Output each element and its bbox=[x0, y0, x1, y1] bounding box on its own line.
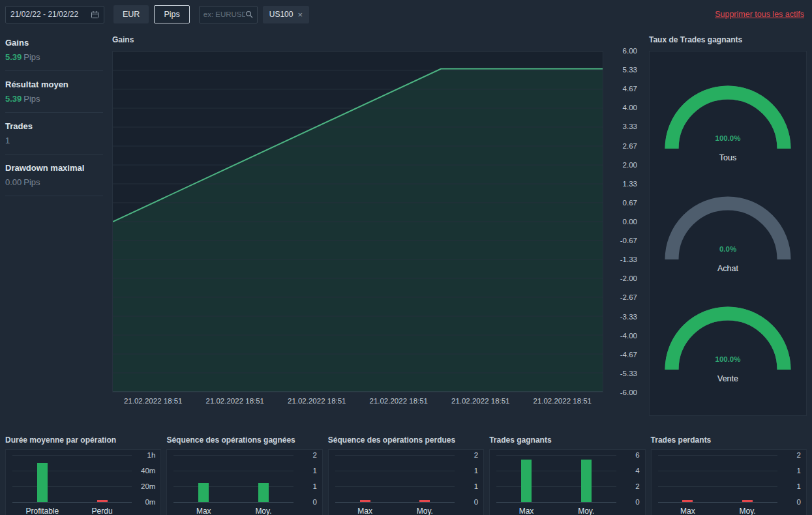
win-rate-title: Taux de Trades gagnants bbox=[649, 35, 807, 44]
bars bbox=[12, 455, 132, 502]
card-title: Trades perdants bbox=[651, 435, 807, 445]
gauge-label: Achat bbox=[663, 264, 793, 273]
card-title: Durée moyenne par opération bbox=[5, 435, 161, 445]
asset-chip-us100[interactable]: US100 × bbox=[263, 6, 309, 23]
x-axis-labels: 21.02.2022 18:5121.02.2022 18:5121.02.20… bbox=[112, 397, 603, 405]
gauge-achat: 0.0% Achat bbox=[663, 194, 793, 273]
y-ticks: 6420 bbox=[619, 455, 640, 502]
unit-button-pips[interactable]: Pips bbox=[154, 5, 189, 23]
gains-area-chart bbox=[113, 52, 603, 392]
category-labels: Max Moy. bbox=[658, 502, 777, 515]
search-icon bbox=[245, 10, 253, 18]
win-rate-panel: 100.0% Tous 0.0% Achat 100.0% Vente bbox=[649, 51, 807, 416]
y-ticks: 2110 bbox=[296, 455, 317, 502]
category-labels: Max Moy. bbox=[335, 502, 455, 515]
stat-avg-result-value: 5.39 bbox=[5, 94, 22, 104]
loss-streak-chart: 2110 Max Moy. bbox=[328, 449, 484, 515]
win-streak-card: Séquence des opérations gagnées 2110 Max… bbox=[166, 435, 322, 515]
losing-trades-card: Trades perdants 2110 Max Moy. bbox=[651, 435, 807, 515]
stat-gains-value: 5.39 bbox=[5, 52, 22, 62]
win-rate-section: Taux de Trades gagnants 100.0% Tous 0.0%… bbox=[649, 29, 807, 416]
stat-trades-value: 1 bbox=[5, 136, 10, 145]
gains-chart-plot bbox=[112, 51, 603, 392]
asset-chip-label: US100 bbox=[269, 10, 293, 19]
y-axis-labels: 6.005.334.674.003.332.672.001.330.670.00… bbox=[603, 51, 640, 392]
card-title: Séquence des opérations perdues bbox=[328, 435, 484, 445]
gauge-vente: 100.0% Vente bbox=[663, 304, 793, 383]
gains-chart-title: Gains bbox=[112, 35, 640, 44]
symbol-search-input[interactable] bbox=[203, 10, 245, 18]
stat-max-drawdown: Drawdown maximal 0.00Pips bbox=[5, 163, 103, 196]
y-ticks: 2110 bbox=[457, 455, 478, 502]
loss-streak-card: Séquence des opérations perdues 2110 Max… bbox=[328, 435, 484, 515]
calendar-icon[interactable] bbox=[91, 10, 99, 19]
gauge-label: Vente bbox=[663, 374, 793, 383]
stat-gains: Gains 5.39Pips bbox=[5, 38, 103, 71]
y-ticks: 2110 bbox=[780, 455, 801, 502]
close-icon[interactable]: × bbox=[297, 10, 303, 20]
stat-trades: Trades 1 bbox=[5, 121, 103, 154]
date-range-input[interactable]: 21/02/22 - 21/02/22 bbox=[5, 6, 104, 23]
stat-avg-result: Résultat moyen 5.39Pips bbox=[5, 80, 103, 113]
gains-chart-section: Gains 6.005.334.674.003.332.672.001.330.… bbox=[112, 29, 640, 405]
winning-trades-chart: 6420 Max Moy. bbox=[489, 449, 645, 515]
bottom-mini-charts: Durée moyenne par opération 1h40m20m0m P… bbox=[0, 416, 812, 515]
symbol-search[interactable] bbox=[199, 6, 258, 23]
card-title: Trades gagnants bbox=[489, 435, 645, 445]
gauge-percentage: 100.0% bbox=[663, 355, 793, 363]
stat-max-drawdown-value: 0.00 bbox=[5, 177, 22, 187]
bars bbox=[496, 455, 616, 502]
gauge-percentage: 0.0% bbox=[663, 245, 793, 253]
bars bbox=[658, 455, 777, 502]
bars bbox=[335, 455, 455, 502]
gauge-tous: 100.0% Tous bbox=[663, 83, 793, 162]
clear-all-assets-link[interactable]: Supprimer tous les actifs bbox=[715, 10, 804, 19]
card-title: Séquence des opérations gagnées bbox=[166, 435, 322, 445]
currency-button[interactable]: EUR bbox=[113, 5, 149, 23]
losing-trades-chart: 2110 Max Moy. bbox=[651, 449, 807, 515]
avg-duration-chart: 1h40m20m0m Profitable Perdu bbox=[5, 449, 161, 515]
toolbar: 21/02/22 - 21/02/22 EUR Pips US100 × Sup… bbox=[0, 0, 812, 29]
winning-trades-card: Trades gagnants 6420 Max Moy. bbox=[489, 435, 645, 515]
date-range-value: 21/02/22 - 21/02/22 bbox=[10, 10, 78, 19]
main-area: Gains 5.39Pips Résultat moyen 5.39Pips T… bbox=[0, 29, 812, 416]
gauge-percentage: 100.0% bbox=[663, 134, 793, 142]
category-labels: Max Moy. bbox=[173, 502, 293, 515]
category-labels: Profitable Perdu bbox=[12, 502, 132, 515]
category-labels: Max Moy. bbox=[496, 502, 616, 515]
stats-sidebar: Gains 5.39Pips Résultat moyen 5.39Pips T… bbox=[5, 29, 103, 205]
gauge-label: Tous bbox=[663, 153, 793, 162]
avg-duration-card: Durée moyenne par opération 1h40m20m0m P… bbox=[5, 435, 161, 515]
win-streak-chart: 2110 Max Moy. bbox=[166, 449, 322, 515]
bars bbox=[173, 455, 293, 502]
y-ticks: 1h40m20m0m bbox=[134, 455, 155, 502]
